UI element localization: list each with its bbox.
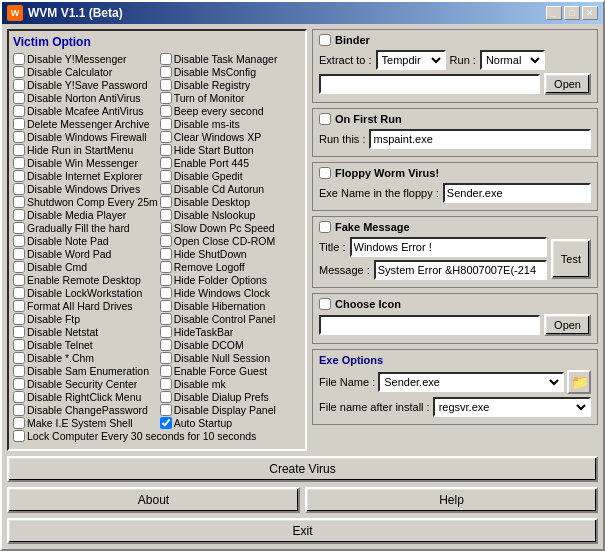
icon-path-input[interactable]	[319, 315, 540, 335]
floppy-worm-checkbox[interactable]	[319, 167, 331, 179]
format-hard-drives-checkbox[interactable]	[13, 300, 25, 312]
disable-mcafee-checkbox[interactable]	[13, 105, 25, 117]
disable-windows-drives-checkbox[interactable]	[13, 183, 25, 195]
auto-startup-checkbox[interactable]	[160, 417, 172, 429]
disable-ymessenger-checkbox[interactable]	[13, 53, 25, 65]
disable-win-messenger-checkbox[interactable]	[13, 157, 25, 169]
binder-checkbox[interactable]	[319, 34, 331, 46]
floppy-exe-input[interactable]	[443, 183, 591, 203]
file-name-select[interactable]: Sender.exe	[378, 372, 564, 392]
create-virus-button[interactable]: Create Virus	[7, 456, 598, 482]
disable-dcom-checkbox[interactable]	[160, 339, 172, 351]
checkbox-grid: Disable Y!Messenger Disable Task Manager…	[13, 53, 301, 442]
disable-lockworkstation-checkbox[interactable]	[13, 287, 25, 299]
disable-task-manager-checkbox[interactable]	[160, 53, 172, 65]
disable-mk-checkbox[interactable]	[160, 378, 172, 390]
disable-firewall-checkbox[interactable]	[13, 131, 25, 143]
slowdown-speed-checkbox[interactable]	[160, 222, 172, 234]
hide-windows-clock-checkbox[interactable]	[160, 287, 172, 299]
disable-media-player-checkbox[interactable]	[13, 209, 25, 221]
disable-nslookup-checkbox[interactable]	[160, 209, 172, 221]
disable-cmd-checkbox[interactable]	[13, 261, 25, 273]
beep-every-second-checkbox[interactable]	[160, 105, 172, 117]
disable-change-password-checkbox[interactable]	[13, 404, 25, 416]
hide-shutdown-checkbox[interactable]	[160, 248, 172, 260]
disable-null-session-checkbox[interactable]	[160, 352, 172, 364]
disable-task-manager-label: Disable Task Manager	[174, 53, 278, 65]
turn-off-monitor-checkbox[interactable]	[160, 92, 172, 104]
choose-icon-checkbox[interactable]	[319, 298, 331, 310]
binder-file-input[interactable]	[319, 74, 540, 94]
shutdown-comp-checkbox[interactable]	[13, 196, 25, 208]
fake-message-checkbox[interactable]	[319, 221, 331, 233]
fake-message-input[interactable]	[374, 260, 547, 280]
disable-telnet-checkbox[interactable]	[13, 339, 25, 351]
disable-display-panel-checkbox[interactable]	[160, 404, 172, 416]
disable-hibernation-checkbox[interactable]	[160, 300, 172, 312]
disable-desktop-checkbox[interactable]	[160, 196, 172, 208]
disable-norton-checkbox[interactable]	[13, 92, 25, 104]
disable-ysave-checkbox[interactable]	[13, 79, 25, 91]
disable-msits-checkbox[interactable]	[160, 118, 172, 130]
disable-calculator-label: Disable Calculator	[27, 66, 112, 78]
disable-sam-enum-checkbox[interactable]	[13, 365, 25, 377]
list-item: Disable Display Panel	[160, 404, 301, 416]
about-button[interactable]: About	[7, 487, 300, 513]
list-item: Disable Word Pad	[13, 248, 158, 260]
disable-netstat-checkbox[interactable]	[13, 326, 25, 338]
folder-icon-button[interactable]: 📁	[567, 370, 591, 394]
run-select[interactable]: Normal Hidden Minimized	[480, 50, 545, 70]
delete-messenger-checkbox[interactable]	[13, 118, 25, 130]
make-ie-system-shell-checkbox[interactable]	[13, 417, 25, 429]
run-this-input[interactable]	[369, 129, 591, 149]
clear-windows-checkbox[interactable]	[160, 131, 172, 143]
file-name-label: File Name :	[319, 376, 375, 388]
file-after-install-select[interactable]: regsvr.exe	[433, 397, 591, 417]
list-item: Disable Win Messenger	[13, 157, 158, 169]
disable-ie-checkbox[interactable]	[13, 170, 25, 182]
disable-notepad-checkbox[interactable]	[13, 235, 25, 247]
enable-force-guest-checkbox[interactable]	[160, 365, 172, 377]
lock-computer-checkbox[interactable]	[13, 430, 25, 442]
disable-dialup-prefs-checkbox[interactable]	[160, 391, 172, 403]
disable-control-panel-checkbox[interactable]	[160, 313, 172, 325]
disable-calculator-checkbox[interactable]	[13, 66, 25, 78]
maximize-button[interactable]: □	[564, 6, 580, 20]
disable-registry-checkbox[interactable]	[160, 79, 172, 91]
binder-open-button[interactable]: Open	[544, 73, 591, 95]
disable-security-center-checkbox[interactable]	[13, 378, 25, 390]
extract-to-select[interactable]: Tempdir	[376, 50, 446, 70]
exit-button[interactable]: Exit	[7, 518, 598, 544]
disable-wordpad-checkbox[interactable]	[13, 248, 25, 260]
gradually-fill-checkbox[interactable]	[13, 222, 25, 234]
disable-cd-autorun-checkbox[interactable]	[160, 183, 172, 195]
disable-chm-checkbox[interactable]	[13, 352, 25, 364]
disable-gpedit-checkbox[interactable]	[160, 170, 172, 182]
minimize-button[interactable]: _	[546, 6, 562, 20]
fake-title-input[interactable]	[350, 237, 547, 257]
hide-start-button-checkbox[interactable]	[160, 144, 172, 156]
list-item: Clear Windows XP	[160, 131, 301, 143]
disable-rightclick-checkbox[interactable]	[13, 391, 25, 403]
remove-logoff-checkbox[interactable]	[160, 261, 172, 273]
test-button[interactable]: Test	[551, 239, 591, 279]
icon-open-button[interactable]: Open	[544, 314, 591, 336]
title-buttons: _ □ ✕	[546, 6, 598, 20]
hidetaskbar-checkbox[interactable]	[160, 326, 172, 338]
floppy-worm-label: Floppy Worm Virus!	[335, 167, 439, 179]
on-first-run-checkbox[interactable]	[319, 113, 331, 125]
disable-gpedit-label: Disable Gpedit	[174, 170, 243, 182]
close-button[interactable]: ✕	[582, 6, 598, 20]
list-item: Disable Y!Messenger	[13, 53, 158, 65]
hide-run-checkbox[interactable]	[13, 144, 25, 156]
hide-folder-options-checkbox[interactable]	[160, 274, 172, 286]
disable-msconfig-label: Disable MsConfig	[174, 66, 256, 78]
list-item: Disable Registry	[160, 79, 301, 91]
disable-wordpad-label: Disable Word Pad	[27, 248, 111, 260]
enable-remote-desktop-checkbox[interactable]	[13, 274, 25, 286]
enable-port-445-checkbox[interactable]	[160, 157, 172, 169]
disable-msconfig-checkbox[interactable]	[160, 66, 172, 78]
open-close-cdrom-checkbox[interactable]	[160, 235, 172, 247]
disable-ftp-checkbox[interactable]	[13, 313, 25, 325]
help-button[interactable]: Help	[305, 487, 598, 513]
